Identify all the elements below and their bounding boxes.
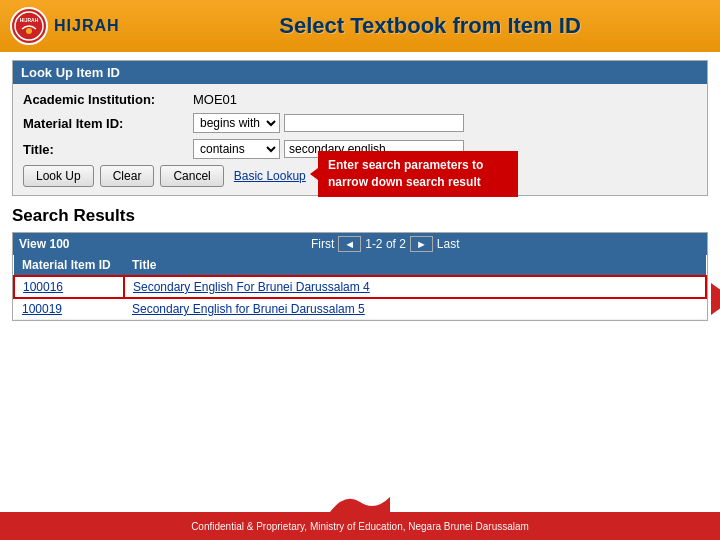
cancel-button[interactable]: Cancel bbox=[160, 165, 223, 187]
tooltip-box: Enter search parameters to narrow down s… bbox=[318, 151, 518, 197]
academic-institution-value: MOE01 bbox=[193, 92, 237, 107]
page-title: Select Textbook from Item ID bbox=[150, 13, 710, 39]
col-title: Title bbox=[124, 255, 706, 276]
buttons-row: Look Up Clear Cancel Basic Lookup Enter … bbox=[23, 165, 697, 187]
material-item-id-row: Material Item ID: begins with contains e… bbox=[23, 113, 697, 133]
academic-institution-row: Academic Institution: MOE01 bbox=[23, 92, 697, 107]
logo-area: HIJRAH HIJRAH bbox=[10, 7, 150, 45]
next-button[interactable]: ► bbox=[410, 236, 433, 252]
page-info: 1-2 of 2 bbox=[365, 237, 406, 251]
cell-material-item-id[interactable]: 100016 bbox=[14, 276, 124, 298]
footer-wave bbox=[330, 492, 390, 512]
col-material-item-id: Material Item ID bbox=[14, 255, 124, 276]
logo-icon: HIJRAH bbox=[10, 7, 48, 45]
arrow-indicator bbox=[711, 283, 720, 315]
basic-lookup-button[interactable]: Basic Lookup bbox=[234, 169, 306, 183]
first-label[interactable]: First bbox=[311, 237, 334, 251]
academic-institution-label: Academic Institution: bbox=[23, 92, 193, 107]
results-table: Material Item ID Title 100016Secondary E… bbox=[13, 255, 707, 320]
view-label: View 100 bbox=[19, 237, 69, 251]
table-row[interactable]: 100019Secondary English for Brunei Darus… bbox=[14, 298, 706, 320]
main-content: Look Up Item ID Academic Institution: MO… bbox=[0, 52, 720, 329]
prev-button[interactable]: ◄ bbox=[338, 236, 361, 252]
results-section: Search Results View 100 First ◄ 1-2 of 2… bbox=[12, 206, 708, 321]
nav-center: First ◄ 1-2 of 2 ► Last bbox=[311, 236, 460, 252]
title-select[interactable]: contains begins with ends with equals bbox=[193, 139, 280, 159]
table-row[interactable]: 100016Secondary English For Brunei Darus… bbox=[14, 276, 706, 298]
lookup-header: Look Up Item ID bbox=[13, 61, 707, 84]
svg-point-2 bbox=[26, 28, 32, 34]
footer-text: Confidential & Proprietary, Ministry of … bbox=[191, 521, 529, 532]
look-up-button[interactable]: Look Up bbox=[23, 165, 94, 187]
material-item-id-select[interactable]: begins with contains ends with equals bbox=[193, 113, 280, 133]
logo-text: HIJRAH bbox=[54, 17, 120, 35]
cell-title[interactable]: Secondary English For Brunei Darussalam … bbox=[124, 276, 706, 298]
clear-button[interactable]: Clear bbox=[100, 165, 155, 187]
footer-center: Confidential & Proprietary, Ministry of … bbox=[0, 512, 720, 540]
svg-text:HIJRAH: HIJRAH bbox=[20, 17, 39, 23]
cell-material-item-id[interactable]: 100019 bbox=[14, 298, 124, 320]
header: HIJRAH HIJRAH Select Textbook from Item … bbox=[0, 0, 720, 52]
lookup-body: Academic Institution: MOE01 Material Ite… bbox=[13, 84, 707, 195]
table-header: Material Item ID Title bbox=[14, 255, 706, 276]
material-item-id-label: Material Item ID: bbox=[23, 116, 193, 131]
title-label: Title: bbox=[23, 142, 193, 157]
results-nav: View 100 First ◄ 1-2 of 2 ► Last bbox=[13, 233, 707, 255]
footer: Confidential & Proprietary, Ministry of … bbox=[0, 512, 720, 540]
lookup-section: Look Up Item ID Academic Institution: MO… bbox=[12, 60, 708, 196]
cell-title[interactable]: Secondary English for Brunei Darussalam … bbox=[124, 298, 706, 320]
last-label[interactable]: Last bbox=[437, 237, 460, 251]
results-title: Search Results bbox=[12, 206, 708, 226]
material-item-id-input[interactable] bbox=[284, 114, 464, 132]
results-table-wrapper: View 100 First ◄ 1-2 of 2 ► Last Materia… bbox=[12, 232, 708, 321]
